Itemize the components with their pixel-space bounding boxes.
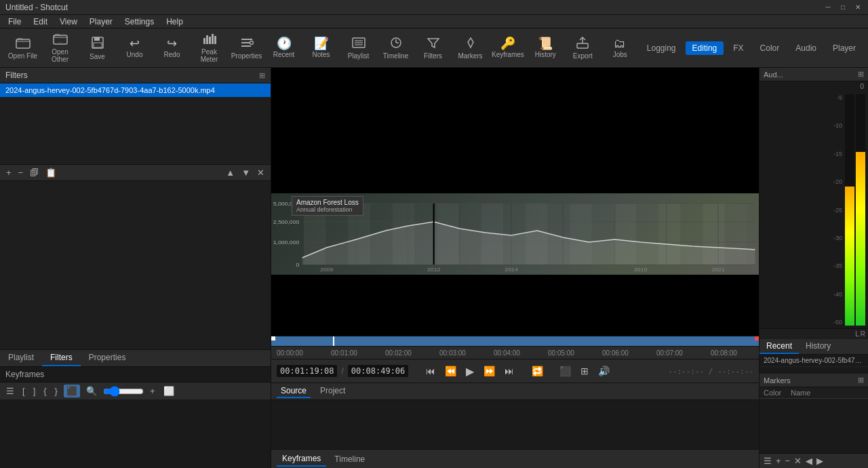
time-mark-8: 00:08:00 — [711, 349, 737, 357]
rewind-button[interactable]: ⏪ — [442, 364, 459, 378]
filter-up-button[interactable]: ▲ — [224, 167, 237, 178]
export-button[interactable]: Export — [566, 31, 600, 66]
play-button[interactable]: ▶ — [463, 364, 477, 379]
file-item[interactable]: 2024-angus-hervey-002-5fb4767d-7903-4aa7… — [0, 83, 271, 97]
filter-clear-button[interactable]: ✕ — [255, 167, 267, 178]
meter-zero-label: 0 — [760, 81, 868, 92]
markers-add-button[interactable]: + — [776, 456, 781, 466]
tab-timeline[interactable]: Timeline — [329, 452, 370, 466]
volume-button[interactable]: 🔊 — [595, 364, 612, 378]
loop-button[interactable]: 🔁 — [529, 364, 546, 378]
kf-menu-button[interactable]: ☰ — [4, 385, 16, 397]
svg-rect-51 — [481, 203, 503, 265]
markers-next-button[interactable]: ▶ — [816, 456, 823, 466]
tab-history[interactable]: History — [799, 339, 837, 354]
mode-fx[interactable]: FX — [726, 41, 750, 55]
properties-button[interactable]: Properties — [229, 31, 264, 66]
history-button[interactable]: 📜 History — [528, 31, 563, 66]
redo-label: Redo — [164, 51, 180, 58]
markers-pin-icon[interactable]: ⊞ — [858, 376, 864, 385]
preview-bottom — [271, 275, 759, 336]
playlist-label: Playlist — [348, 52, 370, 60]
menu-player[interactable]: Player — [84, 16, 118, 27]
peak-meter-button[interactable]: Peak Meter — [192, 31, 226, 66]
keyframes-button[interactable]: 🔑 Keyframes — [490, 31, 526, 66]
right-panel: Aud... ⊞ 0 -5 -10 -15 -20 -25 -30 -35 -4… — [760, 68, 868, 468]
mode-editing[interactable]: Editing — [686, 41, 724, 55]
project-tab[interactable]: Project — [316, 385, 349, 398]
markers-menu-button[interactable]: ☰ — [764, 456, 772, 466]
kf-add-button[interactable]: ⬛ — [64, 385, 80, 397]
notes-button[interactable]: 📝 Notes — [304, 31, 338, 66]
timeline-area — [271, 400, 759, 449]
properties-label: Properties — [231, 52, 262, 60]
kf-prev-button[interactable]: { — [41, 385, 48, 397]
filter-add-button[interactable]: + — [4, 167, 14, 178]
kf-zoom-slider[interactable] — [103, 387, 144, 395]
kf-next-button[interactable]: } — [53, 385, 60, 397]
filter-down-button[interactable]: ▼ — [239, 167, 252, 178]
svg-rect-5 — [94, 43, 102, 47]
mode-logging[interactable]: Logging — [640, 41, 683, 55]
open-other-button[interactable]: ... Open Other — [43, 31, 77, 66]
audio-pin-icon[interactable]: ⊞ — [858, 70, 864, 79]
mode-audio[interactable]: Audio — [789, 41, 823, 55]
svg-rect-50 — [459, 203, 481, 265]
timeline-scrubber[interactable] — [271, 336, 759, 347]
svg-rect-9 — [212, 34, 214, 44]
filters-icon — [427, 37, 440, 51]
filters-button[interactable]: Filters — [416, 31, 450, 66]
tab-keyframes[interactable]: Keyframes — [277, 452, 326, 467]
menu-help[interactable]: Help — [161, 16, 189, 27]
bottom-left: Playlist Filters Properties Keyframes ☰ … — [0, 349, 271, 468]
recent-button[interactable]: 🕐 Recent — [267, 31, 301, 66]
scrubber-progress — [271, 336, 759, 346]
main-layout: Filters ⊞ 2024-angus-hervey-002-5fb4767d… — [0, 68, 868, 468]
filter-paste-button[interactable]: 📋 — [43, 167, 58, 178]
markers-prev-button[interactable]: ◀ — [806, 456, 812, 466]
recent-item-1[interactable]: 2024-angus-hervey-002-5fb4767d-... — [760, 355, 868, 367]
menu-view[interactable]: View — [54, 16, 83, 27]
notes-label: Notes — [312, 51, 330, 58]
jobs-button[interactable]: 🗂 Jobs — [603, 31, 637, 66]
minimize-button[interactable]: ─ — [823, 3, 833, 12]
open-file-button[interactable]: Open File — [5, 31, 40, 66]
svg-rect-47 — [393, 203, 415, 265]
markers-header-label: Markers — [764, 376, 791, 385]
mode-player[interactable]: Player — [826, 41, 863, 55]
menu-edit[interactable]: Edit — [28, 16, 53, 27]
tab-recent[interactable]: Recent — [760, 339, 799, 354]
grid-button[interactable]: ⊞ — [578, 364, 591, 378]
menu-file[interactable]: File — [3, 16, 26, 27]
tab-filters[interactable]: Filters — [42, 350, 81, 366]
tab-properties[interactable]: Properties — [81, 350, 134, 366]
menu-settings[interactable]: Settings — [119, 16, 159, 27]
playlist-button[interactable]: Playlist — [341, 31, 376, 66]
markers-button[interactable]: Markers — [453, 31, 488, 66]
fast-forward-button[interactable]: ⏩ — [481, 364, 498, 378]
filter-remove-button[interactable]: − — [16, 167, 26, 178]
undo-button[interactable]: ↩ Undo — [117, 31, 152, 66]
kf-out-button[interactable]: ] — [31, 385, 38, 397]
markers-minus-button[interactable]: − — [785, 456, 791, 466]
source-tab[interactable]: Source — [277, 385, 311, 398]
close-button[interactable]: ✕ — [853, 3, 863, 12]
markers-x-button[interactable]: ✕ — [794, 456, 802, 466]
kf-in-button[interactable]: [ — [20, 385, 27, 397]
maximize-button[interactable]: □ — [838, 3, 848, 12]
filter-copy-button[interactable]: 🗐 — [28, 167, 41, 178]
kf-zoom-in-button[interactable]: + — [148, 385, 157, 397]
save-button[interactable]: Save — [80, 31, 115, 66]
skip-to-end-button[interactable]: ⏭ — [502, 364, 517, 378]
redo-button[interactable]: ↪ Redo — [155, 31, 189, 66]
mode-color[interactable]: Color — [753, 41, 787, 55]
filters-pin-icon[interactable]: ⊞ — [259, 71, 265, 80]
kf-fit-button[interactable]: ⬜ — [161, 385, 176, 397]
zoom-button[interactable]: ⬛ — [557, 364, 574, 378]
bottom-tabs: Playlist Filters Properties — [0, 350, 271, 367]
keyframes-label: Keyframes — [0, 367, 271, 383]
timeline-button[interactable]: Timeline — [378, 31, 413, 66]
tab-playlist[interactable]: Playlist — [0, 350, 42, 366]
svg-text:2,500,000: 2,500,000 — [273, 218, 300, 225]
skip-to-start-button[interactable]: ⏮ — [423, 364, 438, 378]
